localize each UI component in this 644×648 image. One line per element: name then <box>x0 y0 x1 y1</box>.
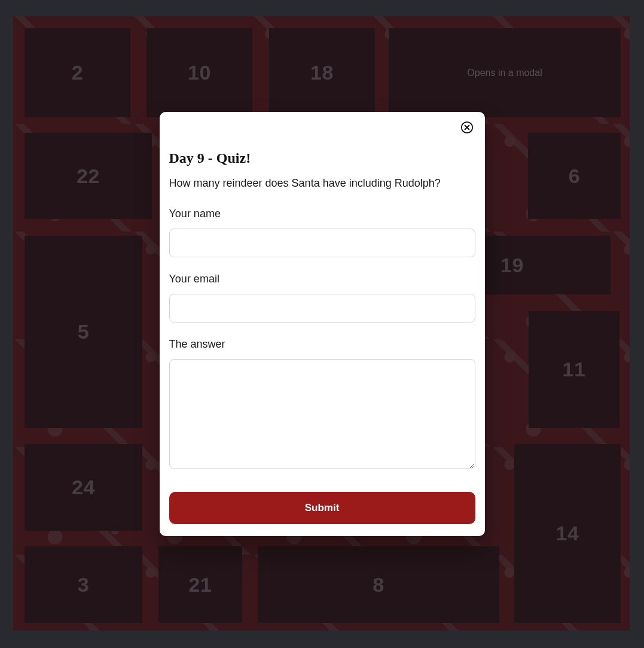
answer-textarea[interactable] <box>169 359 475 469</box>
email-input[interactable] <box>169 294 475 323</box>
email-label: Your email <box>169 273 475 285</box>
quiz-modal: Day 9 - Quiz! How many reindeer does San… <box>160 112 485 536</box>
name-label: Your name <box>169 208 475 220</box>
name-input[interactable] <box>169 229 475 257</box>
modal-title: Day 9 - Quiz! <box>169 150 475 166</box>
quiz-question: How many reindeer does Santa have includ… <box>169 177 475 190</box>
submit-button[interactable]: Submit <box>169 492 475 524</box>
close-icon <box>460 121 474 134</box>
close-button[interactable] <box>459 119 475 136</box>
answer-label: The answer <box>169 338 475 351</box>
modal-overlay: Day 9 - Quiz! How many reindeer does San… <box>0 0 644 648</box>
